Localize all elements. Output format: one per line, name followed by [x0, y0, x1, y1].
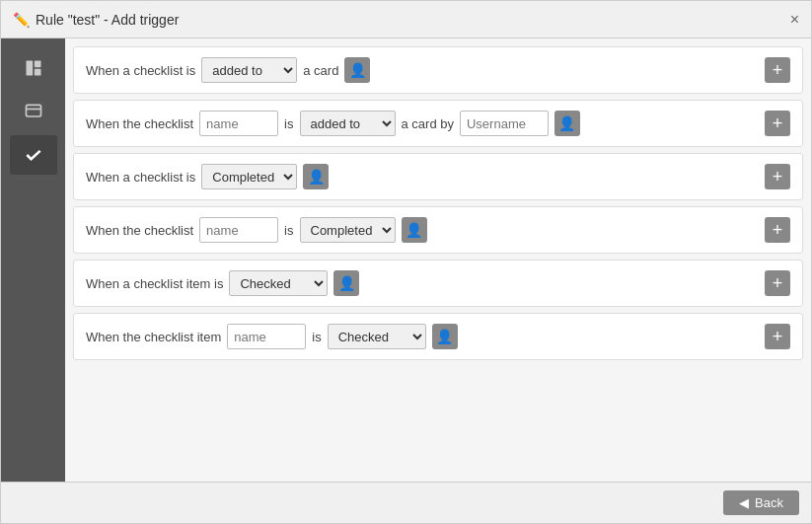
row2-prefix: When the checklist: [86, 116, 193, 131]
row5-person-icon[interactable]: 👤: [333, 270, 359, 296]
main-content: When a checklist is added to Completed C…: [65, 38, 811, 482]
row2-is-label: is: [284, 116, 293, 131]
row3-person-icon[interactable]: 👤: [303, 164, 329, 189]
trigger-row-4: When the checklist is added to Completed…: [73, 206, 803, 254]
trigger-row-1: When a checklist is added to Completed C…: [73, 46, 803, 94]
row1-select[interactable]: added to Completed Checked: [201, 57, 297, 83]
row4-person-icon[interactable]: 👤: [402, 217, 427, 243]
dialog-title-text: Rule "test" - Add trigger: [36, 12, 179, 28]
row3-add-button[interactable]: +: [765, 164, 790, 189]
trigger-row-5: When a checklist item is Checked Uncheck…: [73, 260, 803, 307]
sidebar: [1, 38, 65, 482]
back-chevron-icon: ◀: [739, 495, 749, 510]
row6-is-label: is: [312, 330, 321, 344]
row2-select[interactable]: added to Completed Checked: [300, 111, 396, 136]
row4-is-label: is: [284, 223, 293, 238]
row6-add-button[interactable]: +: [765, 324, 790, 349]
row2-suffix: a card by: [402, 116, 454, 131]
svg-rect-3: [26, 105, 40, 116]
row3-prefix: When a checklist is: [86, 170, 195, 185]
svg-rect-1: [34, 61, 40, 68]
row4-name-input[interactable]: [199, 217, 278, 243]
row6-name-input[interactable]: [227, 324, 306, 349]
dialog-header: ✏️ Rule "test" - Add trigger ×: [1, 1, 811, 38]
row2-username-input[interactable]: [460, 111, 549, 136]
row4-select[interactable]: added to Completed Checked: [300, 217, 396, 243]
row4-prefix: When the checklist: [86, 223, 193, 238]
layout-icon: [24, 58, 43, 78]
svg-rect-0: [26, 61, 33, 76]
row1-add-button[interactable]: +: [765, 57, 790, 83]
check-icon: [24, 145, 43, 165]
sidebar-item-layout[interactable]: [10, 48, 57, 88]
row5-add-button[interactable]: +: [765, 270, 790, 296]
row4-add-button[interactable]: +: [765, 217, 790, 243]
back-label: Back: [755, 495, 783, 510]
sidebar-item-check[interactable]: [10, 135, 57, 175]
dialog-footer: ◀ Back: [1, 482, 811, 523]
row2-add-button[interactable]: +: [765, 111, 790, 136]
row6-select[interactable]: Checked Unchecked: [328, 324, 426, 349]
row1-prefix: When a checklist is: [86, 63, 195, 78]
row1-person-icon[interactable]: 👤: [344, 57, 370, 83]
back-button[interactable]: ◀ Back: [723, 490, 799, 515]
row5-select[interactable]: Checked Unchecked: [229, 270, 328, 296]
sidebar-item-card[interactable]: [10, 92, 57, 131]
svg-rect-4: [26, 109, 40, 111]
dialog-title: ✏️ Rule "test" - Add trigger: [13, 12, 179, 28]
row6-prefix: When the checklist item: [86, 330, 221, 344]
row2-name-input[interactable]: [199, 111, 278, 136]
dialog: ✏️ Rule "test" - Add trigger ×: [0, 0, 812, 524]
trigger-row-3: When a checklist is added to Completed C…: [73, 153, 803, 200]
row6-person-icon[interactable]: 👤: [432, 324, 458, 349]
close-button[interactable]: ×: [790, 12, 799, 28]
row3-select[interactable]: added to Completed Checked: [201, 164, 297, 189]
dialog-body: When a checklist is added to Completed C…: [1, 38, 811, 482]
row2-person-icon[interactable]: 👤: [554, 111, 580, 136]
trigger-row-6: When the checklist item is Checked Unche…: [73, 313, 803, 360]
row1-suffix: a card: [303, 63, 338, 78]
trigger-row-2: When the checklist is added to Completed…: [73, 100, 803, 147]
pencil-icon: ✏️: [13, 12, 30, 28]
card-icon: [24, 102, 43, 121]
row5-prefix: When a checklist item is: [86, 276, 223, 291]
svg-rect-2: [34, 69, 40, 76]
